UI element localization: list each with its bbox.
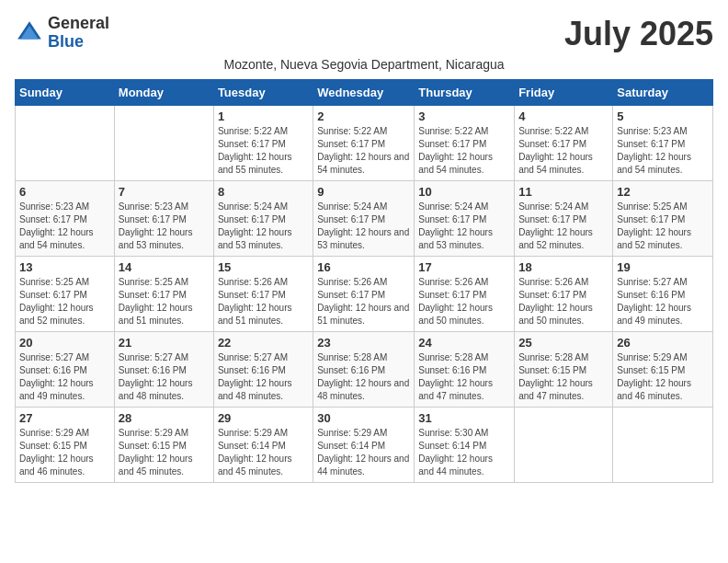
day-info: Sunrise: 5:24 AM Sunset: 6:17 PM Dayligh… <box>317 201 410 252</box>
day-info: Sunrise: 5:29 AM Sunset: 6:15 PM Dayligh… <box>19 427 110 478</box>
day-info: Sunrise: 5:22 AM Sunset: 6:17 PM Dayligh… <box>518 125 609 177</box>
calendar-cell: 7Sunrise: 5:23 AM Sunset: 6:17 PM Daylig… <box>114 181 213 257</box>
calendar-cell: 5Sunrise: 5:23 AM Sunset: 6:17 PM Daylig… <box>613 106 713 181</box>
weekday-header-row: SundayMondayTuesdayWednesdayThursdayFrid… <box>16 80 713 106</box>
day-info: Sunrise: 5:22 AM Sunset: 6:17 PM Dayligh… <box>218 125 309 177</box>
calendar-cell: 22Sunrise: 5:27 AM Sunset: 6:16 PM Dayli… <box>213 332 313 408</box>
day-info: Sunrise: 5:22 AM Sunset: 6:17 PM Dayligh… <box>317 125 410 177</box>
day-info: Sunrise: 5:24 AM Sunset: 6:17 PM Dayligh… <box>218 201 309 252</box>
weekday-header: Thursday <box>415 80 515 106</box>
day-number: 18 <box>518 260 609 274</box>
day-number: 9 <box>317 185 410 199</box>
calendar-cell: 24Sunrise: 5:28 AM Sunset: 6:16 PM Dayli… <box>415 332 515 408</box>
calendar-cell: 1Sunrise: 5:22 AM Sunset: 6:17 PM Daylig… <box>213 106 313 181</box>
day-number: 12 <box>617 185 709 199</box>
day-info: Sunrise: 5:29 AM Sunset: 6:15 PM Dayligh… <box>119 427 210 478</box>
day-number: 5 <box>617 109 709 123</box>
day-info: Sunrise: 5:25 AM Sunset: 6:17 PM Dayligh… <box>19 276 110 327</box>
day-number: 27 <box>19 411 110 425</box>
calendar-cell: 17Sunrise: 5:26 AM Sunset: 6:17 PM Dayli… <box>415 257 515 332</box>
calendar-cell: 30Sunrise: 5:29 AM Sunset: 6:14 PM Dayli… <box>313 408 415 483</box>
day-info: Sunrise: 5:30 AM Sunset: 6:14 PM Dayligh… <box>418 427 510 478</box>
day-info: Sunrise: 5:26 AM Sunset: 6:17 PM Dayligh… <box>518 276 609 327</box>
calendar-cell: 28Sunrise: 5:29 AM Sunset: 6:15 PM Dayli… <box>114 408 213 483</box>
day-info: Sunrise: 5:27 AM Sunset: 6:16 PM Dayligh… <box>617 276 709 327</box>
calendar-cell: 6Sunrise: 5:23 AM Sunset: 6:17 PM Daylig… <box>16 181 115 257</box>
calendar-cell: 26Sunrise: 5:29 AM Sunset: 6:15 PM Dayli… <box>613 332 713 408</box>
calendar-table: SundayMondayTuesdayWednesdayThursdayFrid… <box>15 79 713 483</box>
calendar-cell: 11Sunrise: 5:24 AM Sunset: 6:17 PM Dayli… <box>515 181 613 257</box>
calendar-cell: 12Sunrise: 5:25 AM Sunset: 6:17 PM Dayli… <box>613 181 713 257</box>
calendar-cell: 10Sunrise: 5:24 AM Sunset: 6:17 PM Dayli… <box>415 181 515 257</box>
calendar-cell: 2Sunrise: 5:22 AM Sunset: 6:17 PM Daylig… <box>313 106 415 181</box>
calendar-cell: 16Sunrise: 5:26 AM Sunset: 6:17 PM Dayli… <box>313 257 415 332</box>
calendar-week-row: 1Sunrise: 5:22 AM Sunset: 6:17 PM Daylig… <box>16 106 713 181</box>
day-number: 14 <box>119 260 210 274</box>
day-info: Sunrise: 5:26 AM Sunset: 6:17 PM Dayligh… <box>317 276 410 327</box>
day-number: 24 <box>418 336 510 350</box>
day-info: Sunrise: 5:29 AM Sunset: 6:14 PM Dayligh… <box>317 427 410 478</box>
calendar-week-row: 6Sunrise: 5:23 AM Sunset: 6:17 PM Daylig… <box>16 181 713 257</box>
day-number: 11 <box>518 185 609 199</box>
day-info: Sunrise: 5:25 AM Sunset: 6:17 PM Dayligh… <box>617 201 709 252</box>
day-number: 17 <box>418 260 510 274</box>
calendar-cell: 13Sunrise: 5:25 AM Sunset: 6:17 PM Dayli… <box>16 257 115 332</box>
day-info: Sunrise: 5:26 AM Sunset: 6:17 PM Dayligh… <box>218 276 309 327</box>
day-info: Sunrise: 5:27 AM Sunset: 6:16 PM Dayligh… <box>218 351 309 403</box>
day-number: 26 <box>617 336 709 350</box>
day-number: 30 <box>317 411 410 425</box>
day-info: Sunrise: 5:25 AM Sunset: 6:17 PM Dayligh… <box>119 276 210 327</box>
day-info: Sunrise: 5:24 AM Sunset: 6:17 PM Dayligh… <box>518 201 609 252</box>
calendar-cell: 19Sunrise: 5:27 AM Sunset: 6:16 PM Dayli… <box>613 257 713 332</box>
calendar-cell: 31Sunrise: 5:30 AM Sunset: 6:14 PM Dayli… <box>415 408 515 483</box>
day-number: 1 <box>218 109 309 123</box>
day-number: 15 <box>218 260 309 274</box>
title-block: July 2025 <box>564 15 713 53</box>
day-info: Sunrise: 5:28 AM Sunset: 6:15 PM Dayligh… <box>518 351 609 403</box>
day-number: 13 <box>19 260 110 274</box>
weekday-header: Saturday <box>613 80 713 106</box>
calendar-cell: 14Sunrise: 5:25 AM Sunset: 6:17 PM Dayli… <box>114 257 213 332</box>
calendar-cell: 8Sunrise: 5:24 AM Sunset: 6:17 PM Daylig… <box>213 181 313 257</box>
page-header: General Blue July 2025 <box>15 15 713 53</box>
weekday-header: Tuesday <box>213 80 313 106</box>
calendar-cell: 9Sunrise: 5:24 AM Sunset: 6:17 PM Daylig… <box>313 181 415 257</box>
day-info: Sunrise: 5:22 AM Sunset: 6:17 PM Dayligh… <box>418 125 510 177</box>
calendar-cell <box>16 106 115 181</box>
day-number: 23 <box>317 336 410 350</box>
day-info: Sunrise: 5:27 AM Sunset: 6:16 PM Dayligh… <box>19 351 110 403</box>
calendar-cell: 25Sunrise: 5:28 AM Sunset: 6:15 PM Dayli… <box>515 332 613 408</box>
calendar-week-row: 13Sunrise: 5:25 AM Sunset: 6:17 PM Dayli… <box>16 257 713 332</box>
logo-blue-text: Blue <box>48 33 109 52</box>
logo-general-text: General <box>48 15 109 33</box>
day-info: Sunrise: 5:23 AM Sunset: 6:17 PM Dayligh… <box>19 201 110 252</box>
calendar-cell <box>515 408 613 483</box>
weekday-header: Sunday <box>16 80 115 106</box>
calendar-cell: 18Sunrise: 5:26 AM Sunset: 6:17 PM Dayli… <box>515 257 613 332</box>
logo-icon <box>15 18 44 48</box>
day-info: Sunrise: 5:29 AM Sunset: 6:14 PM Dayligh… <box>218 427 309 478</box>
location-text: Mozonte, Nueva Segovia Department, Nicar… <box>15 57 713 72</box>
day-number: 2 <box>317 109 410 123</box>
day-number: 28 <box>119 411 210 425</box>
day-number: 22 <box>218 336 309 350</box>
calendar-cell: 29Sunrise: 5:29 AM Sunset: 6:14 PM Dayli… <box>213 408 313 483</box>
day-number: 16 <box>317 260 410 274</box>
calendar-cell: 15Sunrise: 5:26 AM Sunset: 6:17 PM Dayli… <box>213 257 313 332</box>
day-number: 20 <box>19 336 110 350</box>
calendar-cell: 20Sunrise: 5:27 AM Sunset: 6:16 PM Dayli… <box>16 332 115 408</box>
day-info: Sunrise: 5:23 AM Sunset: 6:17 PM Dayligh… <box>119 201 210 252</box>
calendar-cell: 3Sunrise: 5:22 AM Sunset: 6:17 PM Daylig… <box>415 106 515 181</box>
day-number: 29 <box>218 411 309 425</box>
logo: General Blue <box>15 15 109 52</box>
weekday-header: Monday <box>114 80 213 106</box>
calendar-cell <box>613 408 713 483</box>
calendar-cell: 21Sunrise: 5:27 AM Sunset: 6:16 PM Dayli… <box>114 332 213 408</box>
day-info: Sunrise: 5:29 AM Sunset: 6:15 PM Dayligh… <box>617 351 709 403</box>
day-info: Sunrise: 5:23 AM Sunset: 6:17 PM Dayligh… <box>617 125 709 177</box>
calendar-cell: 23Sunrise: 5:28 AM Sunset: 6:16 PM Dayli… <box>313 332 415 408</box>
day-number: 21 <box>119 336 210 350</box>
day-number: 25 <box>518 336 609 350</box>
day-info: Sunrise: 5:24 AM Sunset: 6:17 PM Dayligh… <box>418 201 510 252</box>
weekday-header: Wednesday <box>313 80 415 106</box>
